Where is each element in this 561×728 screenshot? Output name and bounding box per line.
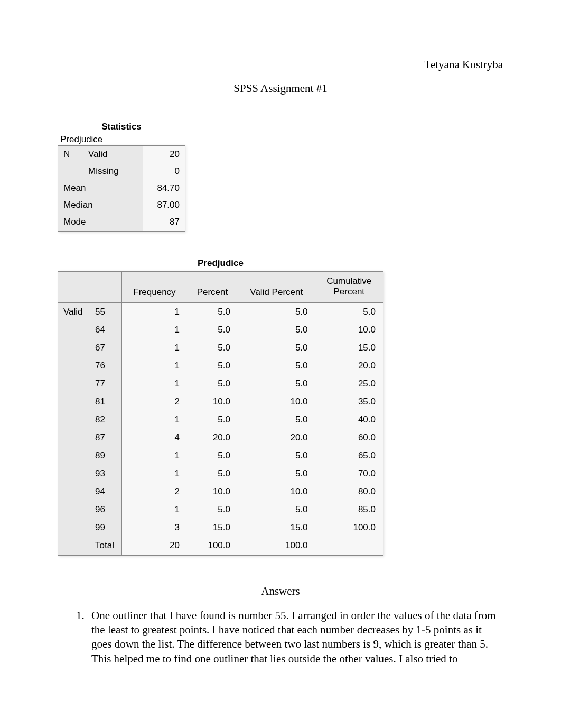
stat-missing-value: 0	[143, 163, 185, 180]
answer-item-1: One outliner that I have found is number…	[87, 609, 503, 666]
stat-mode-value: 87	[143, 214, 185, 231]
blank-header	[90, 271, 121, 302]
total-label: Total	[90, 537, 121, 555]
cell-cumulative: 15.0	[315, 339, 383, 357]
cell-percent: 5.0	[187, 447, 238, 465]
cell-percent: 10.0	[187, 393, 238, 411]
cell-percent: 10.0	[187, 483, 238, 501]
total-frequency: 20	[121, 537, 187, 555]
cell-valid_percent: 5.0	[238, 411, 315, 429]
cell-cumulative: 70.0	[315, 465, 383, 483]
stat-missing-label: Missing	[83, 163, 143, 180]
cell-valid_percent: 5.0	[238, 321, 315, 339]
total-percent: 100.0	[187, 537, 238, 555]
blank-header	[58, 271, 90, 302]
cell-percent: 5.0	[187, 302, 238, 321]
cell-valid_percent: 15.0	[238, 519, 315, 537]
col-percent: Percent	[187, 271, 238, 302]
cell-valid_percent: 5.0	[238, 447, 315, 465]
cell-valid_percent: 5.0	[238, 501, 315, 519]
cell-frequency: 1	[121, 339, 187, 357]
cell-frequency: 1	[121, 447, 187, 465]
valid-label: Valid	[58, 302, 90, 555]
frequency-section: Predjudice Frequency Percent Valid Perce…	[58, 258, 503, 556]
cell-cumulative: 25.0	[315, 375, 383, 393]
cell-frequency: 4	[121, 429, 187, 447]
cell-valid_percent: 10.0	[238, 483, 315, 501]
cell-frequency: 2	[121, 393, 187, 411]
table-row: N Valid 20	[58, 145, 185, 163]
cell-cumulative: 60.0	[315, 429, 383, 447]
cell-frequency: 1	[121, 465, 187, 483]
cell-valid_percent: 5.0	[238, 302, 315, 321]
author-name: Tetyana Kostryba	[58, 58, 503, 71]
table-row: 9315.05.070.0	[58, 465, 383, 483]
table-row: Mean 84.70	[58, 180, 185, 197]
table-row: 87420.020.060.0	[58, 429, 383, 447]
table-header-row: Frequency Percent Valid Percent Cumulati…	[58, 271, 383, 302]
table-row: 9615.05.085.0	[58, 501, 383, 519]
frequency-title: Predjudice	[58, 258, 383, 269]
cell-valid_percent: 10.0	[238, 393, 315, 411]
cell-frequency: 1	[121, 321, 187, 339]
row-value: 77	[90, 375, 121, 393]
col-frequency: Frequency	[121, 271, 187, 302]
cell-frequency: 1	[121, 357, 187, 375]
cell-percent: 5.0	[187, 339, 238, 357]
statistics-subtitle: Predjudice	[58, 134, 185, 145]
table-row: 6715.05.015.0	[58, 339, 383, 357]
col-valid-percent: Valid Percent	[238, 271, 315, 302]
table-row: 8215.05.040.0	[58, 411, 383, 429]
cell-percent: 5.0	[187, 501, 238, 519]
table-row: 6415.05.010.0	[58, 321, 383, 339]
stat-median-value: 87.00	[143, 197, 185, 214]
cell-percent: 5.0	[187, 411, 238, 429]
total-cumulative	[315, 537, 383, 555]
row-value: 94	[90, 483, 121, 501]
cell-cumulative: 65.0	[315, 447, 383, 465]
cell-valid_percent: 5.0	[238, 339, 315, 357]
stat-mode-label: Mode	[58, 214, 143, 231]
cell-cumulative: 100.0	[315, 519, 383, 537]
statistics-section: Statistics Predjudice N Valid 20 Missing…	[58, 122, 503, 232]
page-title: SPSS Assignment #1	[58, 82, 503, 95]
cell-cumulative: 80.0	[315, 483, 383, 501]
table-row: 81210.010.035.0	[58, 393, 383, 411]
statistics-title: Statistics	[58, 122, 185, 132]
answers-list: One outliner that I have found is number…	[58, 609, 503, 666]
answers-title: Answers	[58, 585, 503, 598]
cell-cumulative: 40.0	[315, 411, 383, 429]
table-row: Mode 87	[58, 214, 185, 231]
table-row: 7615.05.020.0	[58, 357, 383, 375]
row-value: 99	[90, 519, 121, 537]
cell-frequency: 1	[121, 411, 187, 429]
table-row: 94210.010.080.0	[58, 483, 383, 501]
table-row: 99315.015.0100.0	[58, 519, 383, 537]
total-valid_percent: 100.0	[238, 537, 315, 555]
row-value: 89	[90, 447, 121, 465]
cell-frequency: 3	[121, 519, 187, 537]
cell-valid_percent: 5.0	[238, 375, 315, 393]
table-total-row: Total20100.0100.0	[58, 537, 383, 555]
cell-frequency: 1	[121, 375, 187, 393]
col-cumulative-percent: CumulativePercent	[315, 271, 383, 302]
cell-frequency: 2	[121, 483, 187, 501]
row-value: 76	[90, 357, 121, 375]
stat-mean-value: 84.70	[143, 180, 185, 197]
cell-frequency: 1	[121, 302, 187, 321]
statistics-table: N Valid 20 Missing 0 Mean 84.70 Median 8…	[58, 145, 185, 232]
cell-frequency: 1	[121, 501, 187, 519]
row-value: 96	[90, 501, 121, 519]
table-row: 8915.05.065.0	[58, 447, 383, 465]
row-value: 67	[90, 339, 121, 357]
table-row: Valid5515.05.05.0	[58, 302, 383, 321]
row-value: 87	[90, 429, 121, 447]
row-value: 82	[90, 411, 121, 429]
cell-cumulative: 10.0	[315, 321, 383, 339]
cell-cumulative: 20.0	[315, 357, 383, 375]
row-value: 64	[90, 321, 121, 339]
cell-valid_percent: 5.0	[238, 357, 315, 375]
cell-percent: 5.0	[187, 375, 238, 393]
stat-valid-label: Valid	[83, 145, 143, 163]
stat-valid-value: 20	[143, 145, 185, 163]
